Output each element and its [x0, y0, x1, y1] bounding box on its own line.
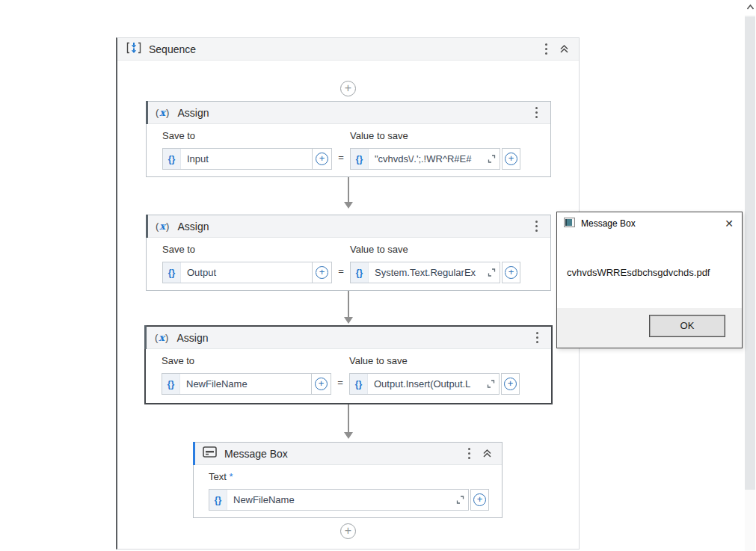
assign1-header[interactable]: (x) Assign — [147, 102, 550, 124]
save-to-value[interactable]: Output — [181, 267, 312, 278]
message-box-dialog: Message Box ✕ cvhvdsWRREsdbchsgdvchds.pd… — [556, 212, 743, 348]
assign2-header[interactable]: (x) Assign — [147, 215, 550, 238]
message-box-activity[interactable]: Message Box Text * {} NewFileName — [193, 442, 503, 518]
add-activity-button-top[interactable] — [340, 81, 356, 96]
sequence-icon — [126, 42, 141, 57]
text-field[interactable]: {} NewFileName — [209, 489, 469, 511]
kebab-menu-icon[interactable] — [532, 104, 541, 121]
value-to-save-field[interactable]: {} Output.Insert(Output.L — [349, 373, 500, 395]
workflow-designer-canvas: Sequence (x) Assign Save to — [0, 0, 756, 551]
save-to-value[interactable]: Input — [181, 153, 312, 164]
open-expression-editor-icon[interactable] — [452, 495, 468, 505]
value-to-save-label: Value to save — [349, 355, 520, 366]
dialog-window-icon — [564, 217, 575, 230]
kebab-menu-icon[interactable] — [541, 40, 551, 58]
value-to-save-field[interactable]: {} "cvhvds\/.';.!WR^R#E# — [350, 148, 500, 170]
assign2-title: Assign — [177, 221, 209, 233]
dialog-title: Message Box — [581, 218, 716, 229]
braces-icon: {} — [163, 262, 181, 283]
flow-arrow — [343, 404, 354, 439]
add-variable-button[interactable] — [311, 374, 331, 394]
assign3-header[interactable]: (x) Assign — [146, 327, 551, 349]
vertical-scrollbar[interactable] — [744, 0, 756, 551]
scrollbar-thumb[interactable] — [745, 16, 755, 490]
braces-icon: {} — [163, 149, 181, 169]
assign-activity-3-selected[interactable]: (x) Assign Save to {} NewFileName = Valu… — [144, 325, 553, 404]
add-variable-button[interactable] — [502, 148, 520, 170]
save-to-field[interactable]: {} Input — [162, 148, 332, 170]
dialog-close-button[interactable]: ✕ — [716, 212, 742, 235]
text-label: Text * — [209, 471, 489, 482]
assign-icon: (x) — [156, 107, 170, 118]
message-box-title: Message Box — [224, 448, 288, 460]
message-box-header[interactable]: Message Box — [194, 443, 502, 465]
save-to-label: Save to — [162, 355, 331, 366]
equals-sign: = — [334, 260, 348, 282]
value-to-save-field[interactable]: {} System.Text.RegularEx — [350, 262, 500, 283]
braces-icon: {} — [162, 374, 180, 394]
save-to-label: Save to — [162, 130, 332, 141]
open-expression-editor-icon[interactable] — [483, 268, 500, 277]
ok-button[interactable]: OK — [649, 315, 725, 337]
add-activity-button-bottom[interactable] — [340, 523, 356, 539]
add-variable-button[interactable] — [312, 262, 331, 283]
save-to-label: Save to — [162, 244, 332, 255]
add-variable-button[interactable] — [501, 373, 520, 395]
value-to-save-label: Value to save — [350, 244, 520, 255]
save-to-field[interactable]: {} Output — [162, 262, 332, 283]
plus-circle-icon — [473, 493, 486, 506]
braces-icon: {} — [351, 149, 369, 169]
value-to-save-value[interactable]: "cvhvds\/.';.!WR^R#E# — [369, 153, 483, 164]
assign3-title: Assign — [176, 332, 208, 344]
scroll-up-button[interactable] — [744, 0, 756, 13]
braces-icon: {} — [209, 490, 227, 510]
add-variable-button[interactable] — [312, 149, 331, 169]
plus-circle-icon — [504, 378, 517, 390]
equals-sign: = — [334, 147, 348, 168]
dialog-titlebar[interactable]: Message Box ✕ — [557, 212, 742, 235]
assign-activity-1[interactable]: (x) Assign Save to {} Input = Value to s… — [146, 101, 551, 177]
open-expression-editor-icon[interactable] — [483, 154, 500, 164]
plus-circle-icon — [505, 266, 517, 279]
plus-circle-icon — [316, 266, 328, 279]
plus-circle-icon — [505, 153, 517, 165]
sequence-header[interactable]: Sequence — [117, 38, 579, 61]
text-value[interactable]: NewFileName — [227, 494, 452, 505]
message-box-icon — [203, 446, 217, 461]
kebab-menu-icon[interactable] — [464, 445, 474, 462]
required-marker: * — [229, 471, 233, 482]
dialog-footer: OK — [557, 308, 742, 348]
assign1-title: Assign — [177, 107, 209, 119]
flow-arrow — [343, 177, 354, 209]
collapse-chevrons-icon[interactable] — [482, 448, 493, 459]
assign-activity-2[interactable]: (x) Assign Save to {} Output = Value to … — [146, 215, 551, 291]
assign-icon: (x) — [155, 332, 169, 343]
value-to-save-label: Value to save — [350, 130, 520, 141]
plus-circle-icon — [316, 153, 328, 165]
dialog-message: cvhvdsWRREsdbchsgdvchds.pdf — [567, 267, 710, 278]
value-to-save-value[interactable]: System.Text.RegularEx — [369, 267, 483, 278]
sequence-title: Sequence — [149, 43, 196, 55]
plus-circle-icon — [315, 378, 328, 390]
add-variable-button[interactable] — [502, 262, 520, 283]
braces-icon: {} — [351, 262, 369, 283]
assign-icon: (x) — [156, 221, 170, 232]
kebab-menu-icon[interactable] — [532, 329, 542, 346]
value-to-save-value[interactable]: Output.Insert(Output.L — [368, 378, 482, 390]
flow-arrow — [343, 291, 354, 324]
add-variable-button[interactable] — [470, 489, 489, 511]
braces-icon: {} — [350, 374, 368, 394]
open-expression-editor-icon[interactable] — [482, 379, 499, 389]
equals-sign: = — [334, 372, 347, 393]
save-to-value[interactable]: NewFileName — [180, 378, 311, 390]
kebab-menu-icon[interactable] — [532, 218, 541, 235]
save-to-field[interactable]: {} NewFileName — [162, 373, 331, 395]
collapse-chevrons-icon[interactable] — [559, 43, 570, 55]
